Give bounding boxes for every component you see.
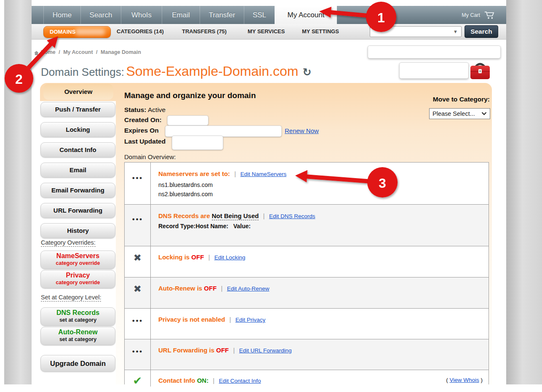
sidebar-item-nameservers-override[interactable]: NameServers category override — [40, 251, 115, 269]
subnav-transfers[interactable]: TRANSFERS (75) — [182, 24, 227, 39]
combo-dropdown-icon[interactable]: ▼ — [453, 29, 458, 34]
expires-line: Expires On — [124, 127, 159, 134]
sidebar-item-email[interactable]: Email — [40, 163, 115, 178]
tab-home[interactable]: Home — [43, 6, 80, 24]
sidebar-item-overview[interactable]: Overview — [43, 84, 113, 100]
left-margin-strip — [4, 0, 32, 384]
updated-label: Last Updated — [124, 138, 166, 145]
separator: | — [235, 171, 236, 177]
set-at-category-heading: Set at Category Level: — [41, 294, 101, 301]
breadcrumb: Home / My Account / Manage Domain — [41, 49, 143, 55]
breadcrumb-home[interactable]: Home — [41, 49, 56, 55]
table-row-privacy: ●●● Privacy is not enabled | Edit Privac… — [125, 309, 489, 339]
subnav-my-settings[interactable]: MY SETTINGS — [302, 24, 339, 39]
page-canvas: Home Search WhoIs Email Transfer SSL My … — [0, 0, 542, 392]
row-icon-cell: ✖ — [125, 277, 151, 308]
tab-transfer[interactable]: Transfer — [200, 6, 244, 24]
tab-whois[interactable]: WhoIs — [121, 6, 162, 24]
sidebar-item-privacy-override[interactable]: Privacy category override — [40, 270, 115, 288]
row-title: Locking is — [158, 253, 191, 261]
row-title: DNS Records are — [158, 212, 212, 219]
sidebar-item-email-forwarding[interactable]: Email Forwarding — [40, 183, 115, 198]
subnav-domains-button[interactable]: DOMAINS — [43, 26, 111, 38]
table-row-auto-renew: ✖ Auto-Renew is OFF | Edit Auto-Renew — [125, 277, 489, 309]
row-content: Nameservers are set to: | Edit NameServe… — [151, 163, 489, 204]
status-dots-icon: ●●● — [132, 349, 143, 354]
row-title-status: OFF — [191, 253, 204, 261]
table-row-contact-info: ✔ Contact Info ON: | Edit Contact Info (… — [125, 370, 489, 387]
edit-privacy-link[interactable]: Edit Privacy — [235, 317, 265, 323]
top-nav: Home Search WhoIs Email Transfer SSL My … — [32, 6, 506, 24]
status-dots-icon: ●●● — [132, 318, 143, 323]
sidebar-item-locking[interactable]: Locking — [40, 122, 115, 137]
status-dots-icon: ●●● — [132, 216, 143, 221]
home-icon — [34, 50, 39, 57]
nameserver-2: ns2.bluestardns.com — [158, 190, 482, 199]
status-value: Active — [148, 106, 166, 113]
redacted-expires-date — [165, 125, 282, 137]
override-title: NameServers — [41, 252, 115, 260]
subnav-my-services[interactable]: MY SERVICES — [248, 24, 285, 39]
row-title-status: ON: — [197, 377, 209, 384]
x-mark-icon: ✖ — [133, 252, 142, 264]
redacted-box — [399, 62, 469, 79]
table-row-locking: ✖ Locking is OFF | Edit Locking — [125, 246, 489, 277]
category-subtitle: set at category — [41, 317, 115, 323]
move-to-category-label: Move to Category: — [427, 96, 490, 103]
edit-auto-renew-link[interactable]: Edit Auto-Renew — [227, 285, 270, 292]
sidebar-item-history[interactable]: History — [40, 223, 115, 238]
domain-overview-label: Domain Overview: — [124, 153, 176, 160]
edit-url-forwarding-link[interactable]: Edit URL Forwarding — [239, 347, 292, 354]
dns-record-headers: Record Type:Host Name: Value: — [158, 223, 482, 229]
override-subtitle: category override — [41, 280, 115, 285]
page-title: Domain Settings: Some-Example-Domain.com… — [41, 64, 311, 79]
renew-now-link[interactable]: Renew Now — [285, 127, 319, 134]
breadcrumb-separator: / — [59, 49, 60, 55]
domain-search-input[interactable]: ▼ — [370, 26, 462, 37]
sidebar-item-upgrade-domain[interactable]: Upgrade Domain — [40, 355, 115, 372]
redacted-count — [75, 29, 105, 35]
tab-email[interactable]: Email — [162, 6, 200, 24]
edit-dns-records-link[interactable]: Edit DNS Records — [269, 213, 315, 219]
separator: | — [221, 285, 223, 292]
refresh-icon[interactable]: ↻ — [302, 66, 311, 78]
created-line: Created On: — [124, 116, 162, 124]
sidebar-item-auto-renew-category[interactable]: Auto-Renew set at category — [40, 327, 115, 345]
tab-my-account[interactable]: My Account — [275, 6, 337, 24]
separator: | — [208, 254, 210, 261]
row-title: Auto-Renew is — [158, 285, 204, 292]
edit-nameservers-link[interactable]: Edit NameServers — [240, 171, 287, 177]
tab-search[interactable]: Search — [80, 6, 121, 24]
sidebar-item-url-forwarding[interactable]: URL Forwarding — [40, 203, 115, 218]
row-title: URL Forwarding is — [158, 347, 216, 354]
sub-nav: DOMAINS CATEGORIES (14) TRANSFERS (75) M… — [32, 24, 506, 40]
row-title-status: Not Being Used — [212, 212, 259, 220]
row-content: URL Forwarding is OFF | Edit URL Forward… — [151, 339, 489, 370]
edit-locking-link[interactable]: Edit Locking — [214, 254, 246, 261]
tab-ssl[interactable]: SSL — [244, 6, 275, 24]
row-content: Auto-Renew is OFF | Edit Auto-Renew — [151, 277, 489, 308]
view-whois-wrap: ( View Whois ) — [446, 377, 483, 383]
subnav-categories[interactable]: CATEGORIES (14) — [117, 24, 164, 39]
row-icon-cell: ●●● — [125, 309, 151, 339]
category-select[interactable]: Please Select... — [429, 108, 490, 119]
category-title: DNS Records — [41, 309, 115, 317]
sidebar-item-dns-records-category[interactable]: DNS Records set at category — [40, 307, 115, 326]
domains-label: DOMAINS — [50, 29, 75, 35]
my-cart-button[interactable]: My Cart — [462, 6, 495, 24]
chevron-down-icon — [481, 112, 487, 115]
toolbox-icon[interactable] — [469, 61, 491, 82]
edit-contact-info-link[interactable]: Edit Contact Info — [219, 378, 261, 384]
separator: | — [233, 347, 235, 354]
sidebar-item-push-transfer[interactable]: Push / Transfer — [40, 102, 115, 117]
sidebar-item-contact-info[interactable]: Contact Info — [40, 142, 115, 157]
override-title: Privacy — [41, 271, 115, 280]
search-button[interactable]: Search — [465, 25, 498, 38]
redacted-updated-date — [172, 136, 223, 150]
breadcrumb-separator: / — [96, 49, 97, 55]
nameserver-1: ns1.bluestardns.com — [158, 181, 482, 190]
check-mark-icon: ✔ — [133, 374, 142, 387]
breadcrumb-my-account[interactable]: My Account — [63, 49, 93, 55]
row-icon-cell: ●●● — [125, 339, 151, 370]
view-whois-link[interactable]: View Whois — [449, 377, 479, 383]
